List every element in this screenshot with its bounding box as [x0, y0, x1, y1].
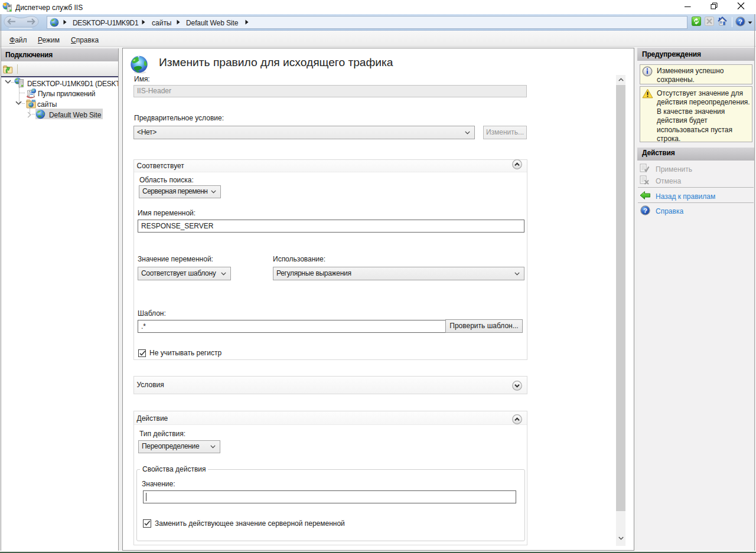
svg-text:?: ? [643, 207, 647, 214]
svg-text:?: ? [738, 18, 742, 25]
